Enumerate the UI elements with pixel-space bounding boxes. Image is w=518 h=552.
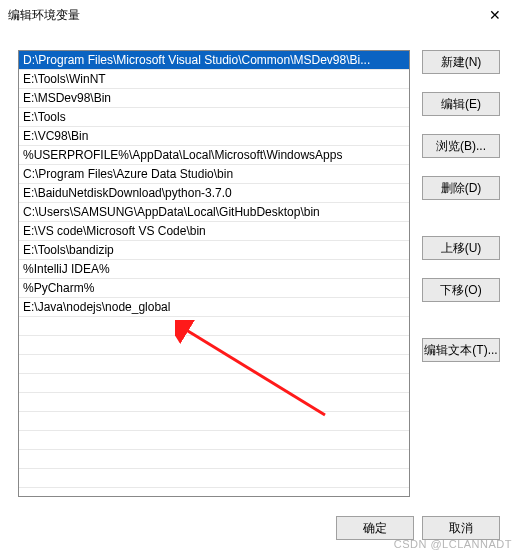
list-item[interactable]: %PyCharm% <box>19 279 409 298</box>
close-icon[interactable]: ✕ <box>480 0 510 30</box>
list-item[interactable]: E:\VS code\Microsoft VS Code\bin <box>19 222 409 241</box>
list-item[interactable] <box>19 431 409 450</box>
list-item[interactable] <box>19 412 409 431</box>
list-item[interactable] <box>19 450 409 469</box>
list-item[interactable]: %USERPROFILE%\AppData\Local\Microsoft\Wi… <box>19 146 409 165</box>
move-down-button[interactable]: 下移(O) <box>422 278 500 302</box>
list-item[interactable]: E:\MSDev98\Bin <box>19 89 409 108</box>
delete-button[interactable]: 删除(D) <box>422 176 500 200</box>
list-item[interactable]: E:\Tools <box>19 108 409 127</box>
list-item[interactable] <box>19 393 409 412</box>
list-item[interactable] <box>19 336 409 355</box>
edit-button[interactable]: 编辑(E) <box>422 92 500 116</box>
edit-text-button[interactable]: 编辑文本(T)... <box>422 338 500 362</box>
browse-button[interactable]: 浏览(B)... <box>422 134 500 158</box>
list-item[interactable]: E:\Java\nodejs\node_global <box>19 298 409 317</box>
move-up-button[interactable]: 上移(U) <box>422 236 500 260</box>
list-item[interactable] <box>19 374 409 393</box>
list-item[interactable]: E:\Tools\WinNT <box>19 70 409 89</box>
list-item[interactable]: C:\Users\SAMSUNG\AppData\Local\GitHubDes… <box>19 203 409 222</box>
list-item[interactable]: D:\Program Files\Microsoft Visual Studio… <box>19 51 409 70</box>
list-item[interactable] <box>19 469 409 488</box>
watermark: CSDN @LCLANNADT <box>394 538 512 550</box>
list-item[interactable]: E:\Tools\bandizip <box>19 241 409 260</box>
list-item[interactable] <box>19 355 409 374</box>
cancel-button[interactable]: 取消 <box>422 516 500 540</box>
new-button[interactable]: 新建(N) <box>422 50 500 74</box>
list-item[interactable] <box>19 317 409 336</box>
list-item[interactable]: C:\Program Files\Azure Data Studio\bin <box>19 165 409 184</box>
list-item[interactable]: E:\VC98\Bin <box>19 127 409 146</box>
path-listbox[interactable]: D:\Program Files\Microsoft Visual Studio… <box>18 50 410 497</box>
ok-button[interactable]: 确定 <box>336 516 414 540</box>
list-item[interactable]: %IntelliJ IDEA% <box>19 260 409 279</box>
list-item[interactable]: E:\BaiduNetdiskDownload\python-3.7.0 <box>19 184 409 203</box>
window-title: 编辑环境变量 <box>8 7 80 24</box>
